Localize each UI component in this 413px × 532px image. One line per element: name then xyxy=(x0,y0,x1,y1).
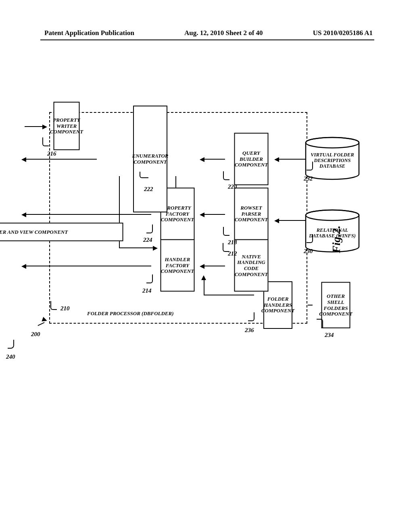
a-214-240 xyxy=(21,264,26,269)
hook-210 xyxy=(50,301,57,310)
ref-214: 214 xyxy=(142,287,152,294)
vfd-db: VIRTUAL FOLDER DESCRIPTIONS DATABASE xyxy=(304,137,361,180)
ref-200: 200 xyxy=(31,331,40,338)
hook-222 xyxy=(140,172,148,178)
query-builder-label: QUERY BUILDER COMPONENT xyxy=(235,150,268,168)
hook-216 xyxy=(42,137,49,146)
c-222-240 xyxy=(25,159,97,160)
header-center: Aug. 12, 2010 Sheet 2 of 40 xyxy=(184,29,263,37)
c-220-222 xyxy=(204,159,225,160)
other-shell-folders-box: OTHER SHELL FOLDERS COMPONENT xyxy=(321,282,350,328)
ref-236: 236 xyxy=(245,327,254,334)
c-214-240 xyxy=(25,266,151,266)
a-212-214 xyxy=(200,264,204,269)
c-240-216 xyxy=(25,126,45,127)
ref-240: 240 xyxy=(6,353,15,360)
query-builder-box: QUERY BUILDER COMPONENT xyxy=(234,133,269,185)
folder-processor-label: FOLDER PROCESSOR (DBFOLDER) xyxy=(87,311,174,317)
c-224-240 xyxy=(25,214,151,215)
ref-220: 220 xyxy=(228,183,237,190)
hook-220 xyxy=(223,171,229,180)
property-writer-label: PROPERTY WRITER COMPONENT xyxy=(50,117,83,135)
a-218-224 xyxy=(200,212,204,217)
a-236-214 xyxy=(201,275,206,280)
a-222-240 xyxy=(21,157,26,162)
figure-stage: SHELL BROWSER AND VIEW COMPONENT 240 200… xyxy=(2,106,333,360)
folder-handlers-label: FOLDER HANDLERS COMPONENT xyxy=(261,296,294,314)
figure-label: Fig.2. xyxy=(12,219,343,253)
property-writer-box: PROPERTY WRITER COMPONENT xyxy=(54,102,80,150)
header-rule xyxy=(40,39,374,40)
a-232-220 xyxy=(274,157,279,162)
c-212-214 xyxy=(204,266,225,266)
ref-232: 232 xyxy=(304,175,313,182)
vfd-db-label: VIRTUAL FOLDER DESCRIPTIONS DATABASE xyxy=(304,137,361,180)
header-right: US 2010/0205186 A1 xyxy=(313,29,373,37)
other-shell-folders-label: OTHER SHELL FOLDERS COMPONENT xyxy=(319,293,352,317)
native-handling-label: NATIVE HANDLING CODE COMPONENT xyxy=(235,254,268,277)
header-left: Patent Application Publication xyxy=(44,29,134,37)
handler-factory-label: HANDLER FACTORY COMPONENT xyxy=(161,257,194,274)
enumerator-label: ENUMERATOR COMPONENT xyxy=(132,153,168,165)
ref-210: 210 xyxy=(60,305,70,312)
c-236-214b xyxy=(204,295,254,295)
a-240-216 xyxy=(42,125,47,129)
hook-214 xyxy=(146,274,153,283)
folder-processor-label-box: FOLDER PROCESSOR (DBFOLDER) xyxy=(54,308,207,320)
hook-234 xyxy=(317,319,323,328)
hook-240 xyxy=(8,340,14,349)
line-200 xyxy=(38,322,44,326)
ref-216: 216 xyxy=(47,150,56,157)
enumerator-box: ENUMERATOR COMPONENT xyxy=(133,106,167,212)
a-220-222 xyxy=(200,157,204,162)
hook-236 xyxy=(248,312,254,321)
hook-232 xyxy=(307,162,313,170)
a-224-240 xyxy=(21,212,26,217)
c-218-224 xyxy=(204,214,225,215)
ref-234: 234 xyxy=(325,332,334,339)
arrow-200 xyxy=(42,317,48,323)
c-234-dbf xyxy=(308,305,313,305)
ref-222: 222 xyxy=(144,186,153,193)
